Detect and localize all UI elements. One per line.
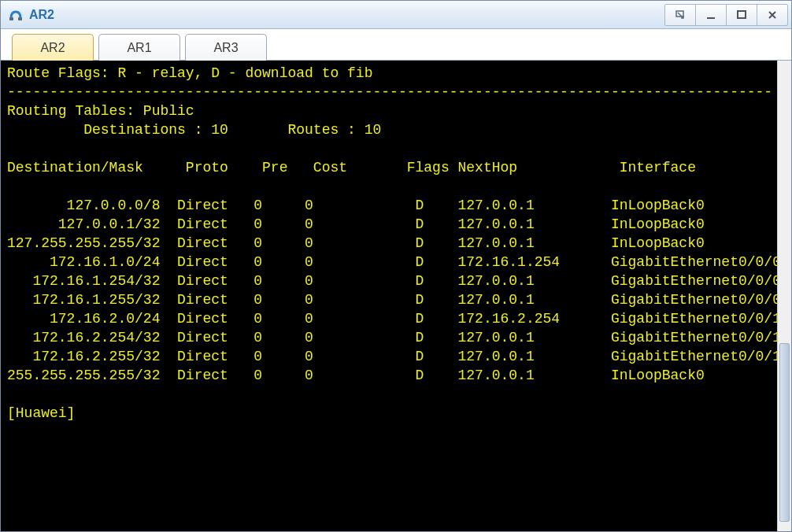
app-icon [7, 6, 24, 24]
vertical-scrollbar[interactable] [777, 61, 791, 531]
svg-rect-3 [707, 17, 715, 19]
maximize-button[interactable] [726, 4, 757, 26]
svg-rect-1 [18, 17, 22, 20]
svg-rect-2 [676, 11, 683, 17]
terminal-area: Route Flags: R - relay, D - download to … [1, 61, 791, 531]
tabbar: AR2 AR1 AR3 [1, 29, 791, 61]
titlebar: AR2 [1, 1, 791, 29]
close-button[interactable] [757, 4, 788, 26]
svg-rect-0 [9, 17, 13, 20]
tab-label: AR1 [127, 41, 151, 55]
tab-ar3[interactable]: AR3 [185, 34, 267, 61]
tab-label: AR3 [213, 41, 238, 55]
scrollbar-track[interactable] [778, 61, 791, 531]
terminal-output[interactable]: Route Flags: R - relay, D - download to … [1, 61, 777, 531]
svg-rect-4 [738, 11, 746, 18]
scrollbar-thumb[interactable] [779, 343, 790, 522]
tab-label: AR2 [40, 41, 65, 55]
app-window: AR2 AR2 AR1 AR3 Route Flags: R - rela [0, 0, 792, 532]
minimize-button[interactable] [695, 4, 727, 26]
restore-button[interactable] [664, 4, 696, 26]
window-title: AR2 [29, 8, 665, 22]
tab-ar2[interactable]: AR2 [12, 34, 94, 61]
tab-ar1[interactable]: AR1 [98, 34, 180, 61]
window-controls [665, 4, 788, 26]
